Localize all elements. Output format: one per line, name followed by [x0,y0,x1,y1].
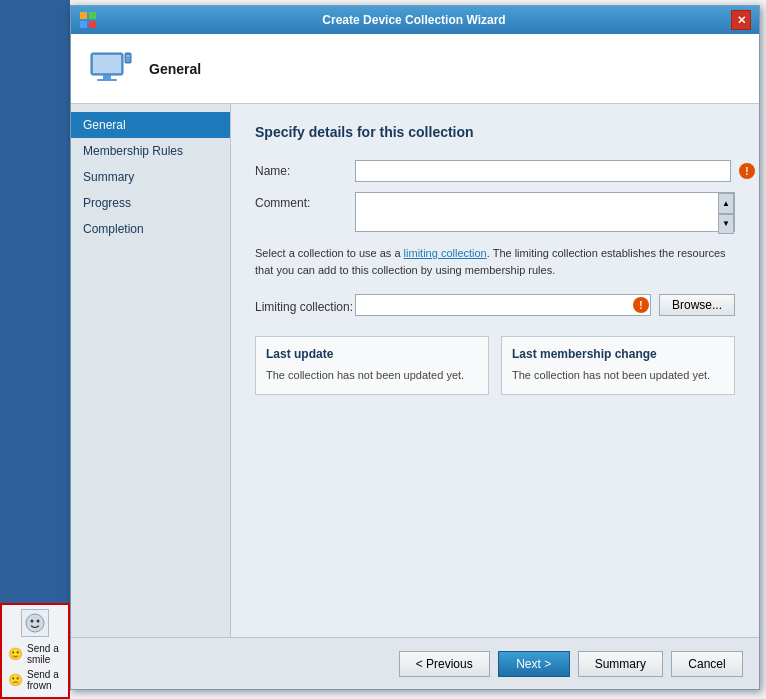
svg-rect-3 [89,21,96,28]
comment-row: Comment: ▲ ▼ [255,192,735,235]
wizard-header: General [71,34,759,104]
frown-emoji: 🙁 [8,673,23,687]
wizard-header-title: General [149,61,201,77]
smile-emoji: 🙂 [8,647,23,661]
next-button[interactable]: Next > [498,651,570,677]
nav-item-summary[interactable]: Summary [71,164,230,190]
name-input-wrapper: ! [355,160,735,182]
wizard-header-icon [87,45,135,93]
send-smile-area: 🙂 Send a smile 🙁 Send a frown [0,603,70,699]
name-row: Name: ! [255,160,735,182]
content-title: Specify details for this collection [255,124,735,140]
send-smile-icon-row [6,609,64,637]
send-smile-button[interactable]: 🙂 Send a smile [6,641,64,667]
summary-button[interactable]: Summary [578,651,663,677]
last-membership-box: Last membership change The collection ha… [501,336,735,395]
name-error-icon: ! [739,163,755,179]
title-bar: Create Device Collection Wizard ✕ [71,6,759,34]
svg-rect-0 [80,12,87,19]
last-update-box: Last update The collection has not been … [255,336,489,395]
send-frown-button[interactable]: 🙁 Send a frown [6,667,64,693]
nav-item-membership-rules[interactable]: Membership Rules [71,138,230,164]
limiting-label: Limiting collection: [255,296,355,314]
svg-rect-7 [97,79,117,81]
limiting-collection-link[interactable]: limiting collection [404,247,487,259]
textarea-scroll-buttons: ▲ ▼ [718,193,734,234]
bg-sidebar [0,0,70,699]
limiting-collection-input[interactable] [355,294,651,316]
send-frown-label: Send a frown [27,669,62,691]
previous-button[interactable]: < Previous [399,651,490,677]
send-smile-label: Send a smile [27,643,62,665]
nav-item-general[interactable]: General [71,112,230,138]
title-bar-title: Create Device Collection Wizard [97,13,731,27]
svg-rect-10 [126,58,130,59]
svg-rect-1 [89,12,96,19]
comment-input[interactable] [355,192,735,232]
browse-button[interactable]: Browse... [659,294,735,316]
svg-rect-11 [126,60,130,61]
limiting-info-text: Select a collection to use as a limiting… [255,245,735,278]
send-smile-icon[interactable] [21,609,49,637]
info-boxes: Last update The collection has not been … [255,336,735,395]
svg-point-12 [26,614,44,632]
last-membership-text: The collection has not been updated yet. [512,367,724,384]
limiting-error-icon: ! [633,297,649,313]
svg-rect-5 [93,55,121,73]
wizard-dialog: Create Device Collection Wizard ✕ Genera… [70,5,760,690]
last-membership-title: Last membership change [512,347,724,361]
last-update-title: Last update [266,347,478,361]
last-update-text: The collection has not been updated yet. [266,367,478,384]
comment-label: Comment: [255,192,355,210]
name-input[interactable] [355,160,731,182]
textarea-scroll-up[interactable]: ▲ [718,193,734,214]
limiting-collection-row: Limiting collection: ! Browse... [255,294,735,316]
comment-textarea-wrapper: ▲ ▼ [355,192,735,235]
svg-point-14 [37,620,40,623]
wizard-body: General Membership Rules Summary Progres… [71,104,759,637]
limiting-input-wrapper: ! [355,294,651,316]
title-bar-app-icon [79,11,97,29]
cancel-button[interactable]: Cancel [671,651,743,677]
name-label: Name: [255,160,355,178]
svg-rect-2 [80,21,87,28]
textarea-scroll-down[interactable]: ▼ [718,214,734,235]
wizard-footer: < Previous Next > Summary Cancel [71,637,759,689]
svg-rect-9 [126,55,130,57]
svg-rect-6 [103,75,111,79]
close-button[interactable]: ✕ [731,10,751,30]
wizard-content: Specify details for this collection Name… [231,104,759,637]
svg-point-13 [31,620,34,623]
nav-item-completion[interactable]: Completion [71,216,230,242]
wizard-nav: General Membership Rules Summary Progres… [71,104,231,637]
nav-item-progress[interactable]: Progress [71,190,230,216]
